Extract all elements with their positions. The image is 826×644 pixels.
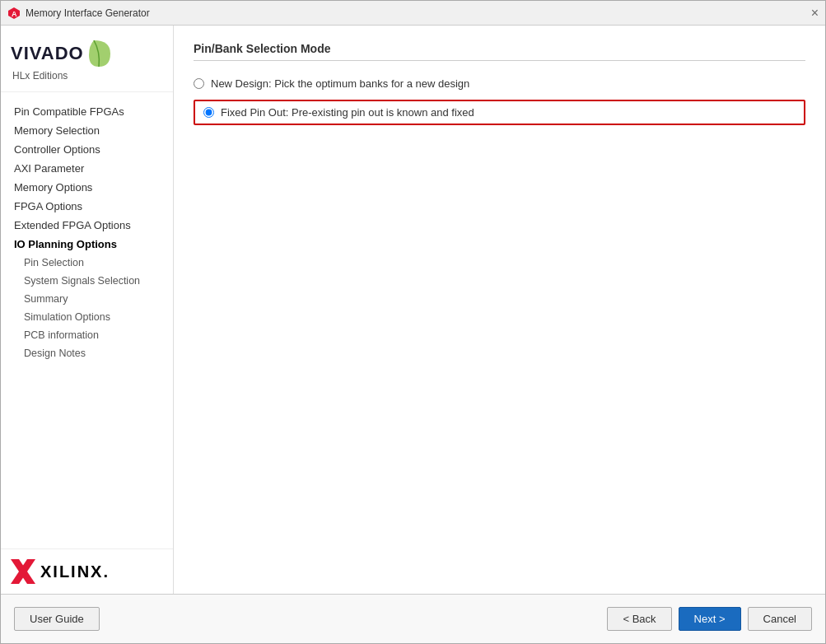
sidebar-item-pcb-information[interactable]: PCB information: [1, 326, 173, 344]
next-button[interactable]: Next >: [679, 607, 741, 631]
footer: User Guide < Back Next > Cancel: [1, 594, 825, 643]
content-area: VIVADO HLx Editions Pin Compatible FPGAs…: [1, 26, 825, 594]
vivado-logo-area: VIVADO HLx Editions: [1, 26, 173, 92]
user-guide-button[interactable]: User Guide: [14, 607, 100, 631]
sidebar-item-axi-parameter[interactable]: AXI Parameter: [1, 159, 173, 178]
footer-left: User Guide: [14, 607, 100, 631]
sidebar-item-design-notes[interactable]: Design Notes: [1, 344, 173, 362]
window-title: Memory Interface Generator: [26, 7, 150, 19]
hlx-text: HLx Editions: [12, 70, 163, 82]
xilinx-logo-area: XILINX.: [1, 548, 173, 594]
sidebar-item-system-signals-selection[interactable]: System Signals Selection: [1, 272, 173, 290]
xilinx-logo: XILINX.: [11, 559, 163, 584]
title-bar-left: A Memory Interface Generator: [7, 7, 150, 20]
sidebar: VIVADO HLx Editions Pin Compatible FPGAs…: [1, 26, 174, 594]
xilinx-x-icon: [11, 559, 35, 584]
vivado-text: VIVADO: [11, 43, 84, 64]
main-window: A Memory Interface Generator × VIVADO HL…: [0, 0, 826, 644]
sidebar-item-fpga-options[interactable]: FPGA Options: [1, 197, 173, 216]
radio-option-fixed-pin-out[interactable]: Fixed Pin Out: Pre-existing pin out is k…: [194, 100, 805, 125]
sidebar-item-memory-selection[interactable]: Memory Selection: [1, 121, 173, 140]
radio-option-new-design[interactable]: New Design: Pick the optimum banks for a…: [194, 77, 805, 90]
sidebar-item-pin-compatible-fpgas[interactable]: Pin Compatible FPGAs: [1, 102, 173, 121]
sidebar-item-pin-selection[interactable]: Pin Selection: [1, 254, 173, 272]
sidebar-item-summary[interactable]: Summary: [1, 290, 173, 308]
vivado-leaf-icon: [87, 39, 114, 68]
footer-right: < Back Next > Cancel: [607, 607, 812, 631]
radio-group: New Design: Pick the optimum banks for a…: [194, 77, 805, 125]
main-panel: Pin/Bank Selection Mode New Design: Pick…: [174, 26, 825, 594]
sidebar-item-io-planning-options[interactable]: IO Planning Options: [1, 235, 173, 254]
section-title: Pin/Bank Selection Mode: [194, 42, 805, 61]
xilinx-text: XILINX.: [40, 562, 110, 581]
radio-input-fixed-pin-out[interactable]: [203, 107, 214, 118]
vivado-logo: VIVADO: [11, 39, 163, 68]
svg-text:A: A: [12, 10, 17, 18]
app-icon: A: [7, 7, 21, 20]
title-bar: A Memory Interface Generator ×: [1, 1, 825, 26]
close-button[interactable]: ×: [811, 7, 819, 20]
sidebar-item-simulation-options[interactable]: Simulation Options: [1, 308, 173, 326]
sidebar-item-memory-options[interactable]: Memory Options: [1, 178, 173, 197]
sidebar-item-controller-options[interactable]: Controller Options: [1, 140, 173, 159]
cancel-button[interactable]: Cancel: [748, 607, 812, 631]
radio-input-new-design[interactable]: [194, 78, 204, 89]
radio-label-new-design: New Design: Pick the optimum banks for a…: [211, 77, 469, 90]
back-button[interactable]: < Back: [607, 607, 671, 631]
nav-list: Pin Compatible FPGAsMemory SelectionCont…: [1, 92, 173, 548]
radio-label-fixed-pin-out: Fixed Pin Out: Pre-existing pin out is k…: [221, 106, 474, 119]
sidebar-item-extended-fpga-options[interactable]: Extended FPGA Options: [1, 216, 173, 235]
